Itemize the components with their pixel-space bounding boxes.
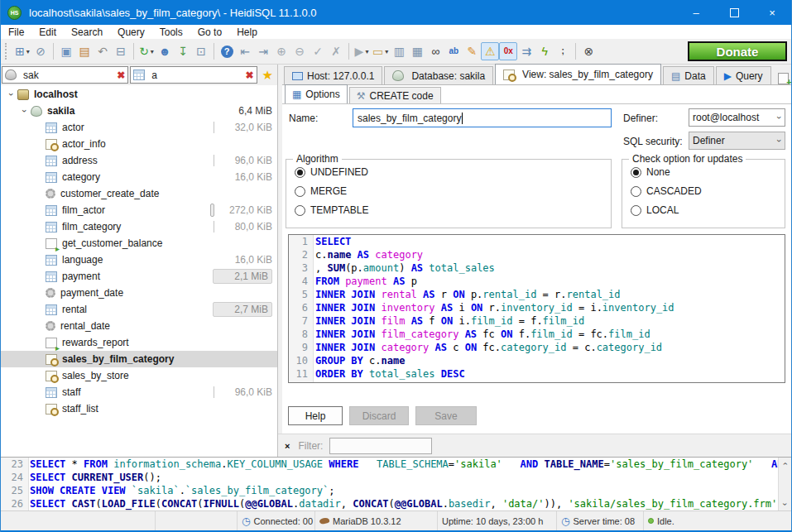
dropdown-caret-icon[interactable]: ▾ bbox=[365, 48, 368, 55]
cancel-changes-icon[interactable]: ✗ bbox=[327, 42, 345, 60]
add-row-icon[interactable]: ⊕ bbox=[272, 42, 290, 60]
expander-chevron-icon[interactable]: › bbox=[19, 105, 31, 117]
help-button[interactable]: Help bbox=[288, 406, 343, 425]
column-filter-input[interactable]: a ✖ bbox=[130, 66, 257, 84]
donate-button[interactable]: Donate bbox=[688, 41, 787, 61]
maximize-button[interactable] bbox=[715, 0, 753, 25]
tab-database[interactable]: Database: sakila bbox=[384, 66, 493, 84]
radio-none[interactable]: None bbox=[631, 165, 785, 179]
scroll-up-icon[interactable]: › bbox=[779, 458, 791, 470]
radio-cascaded[interactable]: CASCADED bbox=[631, 185, 785, 198]
sql-line[interactable]: 4FROM payment AS p bbox=[289, 275, 785, 288]
tree-item-rewards_report[interactable]: rewards_report bbox=[1, 334, 277, 351]
tree-item-customer_create_date[interactable]: customer_create_date bbox=[1, 185, 277, 202]
expander-chevron-icon[interactable]: › bbox=[6, 89, 17, 100]
filter-input[interactable] bbox=[329, 438, 432, 454]
tree-item-get_customer_balance[interactable]: get_customer_balance bbox=[1, 235, 277, 252]
subtab-options[interactable]: ▦ Options bbox=[285, 84, 348, 103]
dropdown-caret-icon[interactable]: ▾ bbox=[385, 48, 388, 55]
delete-row-icon[interactable]: ⊖ bbox=[290, 42, 309, 60]
tree-item-payment_date[interactable]: payment_date bbox=[1, 285, 277, 301]
tree-item-actor_info[interactable]: actor_info bbox=[1, 136, 277, 152]
tree-item-category[interactable]: category16,0 KiB bbox=[1, 169, 277, 185]
view-name-input[interactable]: sales_by_film_category bbox=[353, 108, 612, 127]
view-select-sql-editor[interactable]: 1SELECT2c.name AS category3, SUM(p.amoun… bbox=[288, 234, 785, 383]
highlight-icon[interactable]: ✎ bbox=[463, 42, 481, 60]
sql-line[interactable]: 2c.name AS category bbox=[289, 248, 785, 261]
favorites-star-icon[interactable]: ★ bbox=[262, 68, 273, 83]
dropdown-caret-icon[interactable]: ▾ bbox=[151, 48, 154, 55]
copy-icon[interactable]: ▣ bbox=[57, 42, 75, 60]
sql-line[interactable]: 5INNER JOIN rental AS r ON p.rental_id =… bbox=[289, 288, 785, 301]
close-button[interactable]: × bbox=[753, 0, 791, 25]
save-button[interactable]: Save bbox=[415, 406, 477, 425]
subtab-create-code[interactable]: ⚒ CREATE code bbox=[349, 87, 441, 103]
radio-undefined[interactable]: UNDEFINED bbox=[295, 165, 611, 179]
table-filter-input[interactable]: sak ✖ bbox=[2, 66, 128, 84]
radio-temptable[interactable]: TEMPTABLE bbox=[295, 204, 611, 217]
menu-goto[interactable]: Go to bbox=[190, 26, 229, 38]
radio-local[interactable]: LOCAL bbox=[631, 204, 785, 217]
stop-icon[interactable]: ⊗ bbox=[579, 42, 598, 60]
tree-item-rental_date[interactable]: rental_date bbox=[1, 318, 277, 334]
toolbar-grip[interactable] bbox=[5, 43, 11, 60]
sql-security-dropdown[interactable]: Definer › bbox=[689, 132, 785, 150]
tree-item-film_actor[interactable]: film_actor272,0 KiB bbox=[1, 202, 277, 218]
user-manager-icon[interactable]: ☻ bbox=[156, 42, 174, 60]
open-session-icon[interactable]: ⊞▾ bbox=[13, 42, 31, 60]
save-sql-as-icon[interactable]: ▦ bbox=[408, 42, 426, 60]
sql-line[interactable]: 25SHOW CREATE VIEW `sakila`.`sales_by_fi… bbox=[1, 484, 791, 497]
sql-line[interactable]: 7INNER JOIN film AS f ON i.film_id = f.f… bbox=[289, 314, 785, 328]
tree-item-localhost[interactable]: ›localhost bbox=[1, 86, 277, 103]
warning-icon[interactable]: ⚠ bbox=[481, 42, 499, 60]
tree-item-sales_by_store[interactable]: sales_by_store bbox=[1, 367, 277, 384]
minimize-button[interactable]: – bbox=[677, 0, 715, 25]
menu-file[interactable]: File bbox=[1, 26, 31, 38]
tree-item-payment[interactable]: payment2,1 MiB bbox=[1, 268, 277, 285]
save-snippet-icon[interactable]: ⊡ bbox=[192, 42, 210, 60]
first-row-icon[interactable]: ⇤ bbox=[236, 42, 254, 60]
help-icon[interactable]: ? bbox=[218, 42, 236, 60]
paste-icon[interactable]: ▤ bbox=[75, 42, 94, 60]
tree-item-language[interactable]: language16,0 KiB bbox=[1, 252, 277, 268]
post-changes-icon[interactable]: ✓ bbox=[309, 42, 327, 60]
menu-help[interactable]: Help bbox=[229, 26, 265, 38]
print-icon[interactable]: ⊟ bbox=[112, 42, 130, 60]
close-filter-icon[interactable]: × bbox=[285, 441, 290, 451]
sql-line[interactable]: 3, SUM(p.amount) AS total_sales bbox=[289, 261, 785, 275]
tab-query[interactable]: ▶ Query bbox=[716, 66, 771, 84]
tree-item-address[interactable]: address96,0 KiB bbox=[1, 152, 277, 169]
semicolon-icon[interactable]: ; bbox=[554, 42, 572, 60]
tree-item-staff[interactable]: staff96,0 KiB bbox=[1, 384, 277, 400]
radio-merge[interactable]: MERGE bbox=[295, 185, 611, 198]
run-query-icon[interactable]: ▶▾ bbox=[353, 42, 371, 60]
last-row-icon[interactable]: ⇥ bbox=[254, 42, 272, 60]
tree-item-staff_list[interactable]: staff_list bbox=[1, 400, 277, 417]
tab-host[interactable]: Host: 127.0.0.1 bbox=[284, 66, 382, 84]
dropdown-caret-icon[interactable]: ▾ bbox=[26, 48, 30, 55]
clear-filter-icon[interactable]: ✖ bbox=[117, 69, 125, 81]
replace-text-icon[interactable]: ab bbox=[444, 42, 463, 60]
sql-line[interactable]: 10GROUP BY c.name bbox=[289, 354, 785, 367]
menu-tools[interactable]: Tools bbox=[152, 26, 190, 38]
sql-line[interactable]: 24SELECT CURRENT_USER(); bbox=[1, 471, 791, 484]
disconnect-icon[interactable]: ⊘ bbox=[31, 42, 50, 60]
definer-combobox[interactable]: root@localhost › bbox=[689, 108, 785, 127]
save-sql-icon[interactable]: ▥ bbox=[390, 42, 408, 60]
tree-item-actor[interactable]: actor32,0 KiB bbox=[1, 119, 277, 136]
undo-icon[interactable]: ↶ bbox=[94, 42, 112, 60]
export-database-icon[interactable]: ↧ bbox=[174, 42, 192, 60]
find-text-icon[interactable]: ∞ bbox=[426, 42, 444, 60]
scroll-down-icon[interactable]: › bbox=[779, 498, 791, 510]
clear-filter-icon[interactable]: ✖ bbox=[246, 69, 254, 81]
hex-icon[interactable]: 0x bbox=[499, 42, 517, 60]
sql-line[interactable]: 1SELECT bbox=[289, 235, 785, 248]
sql-line[interactable]: 6INNER JOIN inventory AS i ON r.inventor… bbox=[289, 301, 785, 314]
menu-query[interactable]: Query bbox=[110, 26, 152, 38]
reformat-icon[interactable]: ⇉ bbox=[517, 42, 535, 60]
refresh-icon[interactable]: ↻▾ bbox=[137, 42, 156, 60]
tree-item-rental[interactable]: rental2,7 MiB bbox=[1, 301, 277, 318]
load-sql-file-icon[interactable]: ▭▾ bbox=[371, 42, 390, 60]
sql-line[interactable]: 23SELECT * FROM information_schema.KEY_C… bbox=[1, 458, 791, 471]
discard-button[interactable]: Discard bbox=[349, 406, 409, 425]
